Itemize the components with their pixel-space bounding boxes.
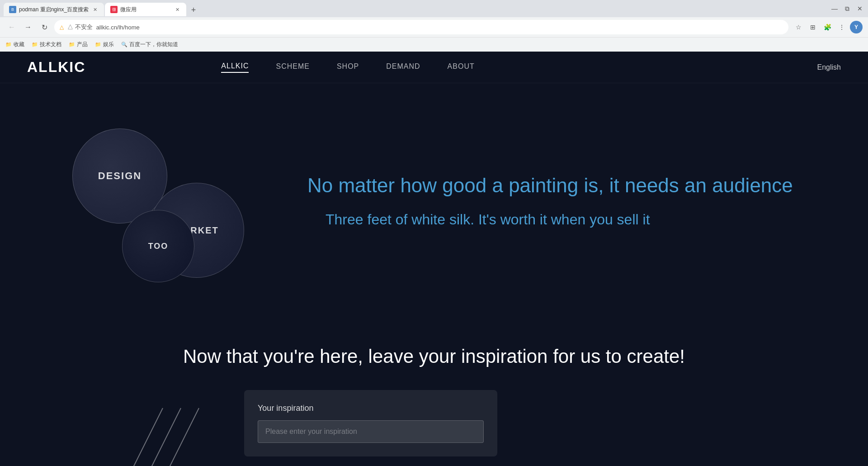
maximize-button[interactable]: ⧉ — [843, 4, 852, 13]
inspiration-input[interactable] — [258, 420, 484, 443]
bookmark-techDocs[interactable]: 📁 技术文档 — [32, 41, 61, 48]
bookmark-label-2: 技术文档 — [40, 41, 61, 48]
bookmark-entertainment[interactable]: 📁 娱乐 — [95, 41, 114, 48]
tab-favicon-1: B — [9, 6, 16, 13]
bookmark-folder-icon-4: 📁 — [95, 42, 101, 48]
bookmark-folder-icon-3: 📁 — [69, 42, 75, 48]
extensions-button[interactable]: 🧩 — [821, 21, 834, 33]
hero-text: No matter how good a painting is, it nee… — [271, 171, 823, 230]
hero-circles: DESIGN MARKET TOO — [45, 115, 271, 287]
inspiration-section: Now that you're here, leave your inspira… — [0, 319, 868, 466]
form-label: Your inspiration — [258, 404, 484, 413]
nav-demand[interactable]: DEMAND — [386, 62, 420, 72]
browser-tab-2[interactable]: 微 微应用 ✕ — [105, 3, 186, 16]
nav-shop[interactable]: SHOP — [337, 62, 359, 72]
bookmark-label-1: 收藏 — [14, 41, 24, 48]
inspiration-form: Your inspiration — [244, 390, 497, 456]
browser-toolbar: ← → ↻ △ △ 不安全 allkic.cn/lh/home ☆ ⊞ 🧩 ⋮ … — [0, 17, 868, 37]
back-button[interactable]: ← — [5, 21, 18, 33]
nav-allkic[interactable]: ALLKIC — [221, 62, 249, 73]
tab-favicon-2: 微 — [110, 6, 118, 13]
inspiration-content: Your inspiration — [45, 390, 823, 466]
address-bar[interactable]: △ △ 不安全 allkic.cn/lh/home — [54, 20, 788, 34]
language-selector[interactable]: English — [817, 63, 841, 71]
site-logo[interactable]: ALLKIC — [27, 59, 85, 76]
bookmark-label-5: 百度一下，你就知道 — [129, 41, 178, 48]
bookmark-folder-icon-2: 📁 — [32, 42, 38, 48]
minimize-button[interactable]: — — [830, 4, 839, 13]
bookmark-label-3: 产品 — [77, 41, 88, 48]
inspiration-graphic — [45, 390, 226, 466]
forward-button[interactable]: → — [22, 21, 34, 33]
bookmark-search[interactable]: 📁 收藏 — [5, 41, 24, 48]
bookmark-product[interactable]: 📁 产品 — [69, 41, 88, 48]
nav-about[interactable]: ABOUT — [448, 62, 475, 72]
reload-button[interactable]: ↻ — [38, 21, 51, 33]
hero-section: DESIGN MARKET TOO No matter how good a p… — [0, 83, 868, 319]
site-nav: ALLKIC ALLKIC SCHEME SHOP DEMAND ABOUT E… — [0, 52, 868, 83]
circle-design: DESIGN — [72, 128, 167, 223]
bookmark-star-button[interactable]: ☆ — [792, 21, 805, 33]
svg-line-1 — [145, 408, 181, 466]
bookmark-folder-icon-1: 📁 — [5, 42, 12, 48]
browser-tabs: B podman 重启nginx_百度搜索 ✕ 微 微应用 ✕ + — [4, 1, 200, 16]
tab-title-2: 微应用 — [120, 6, 137, 14]
inspiration-headline: Now that you're here, leave your inspira… — [45, 346, 823, 367]
tab-close-2[interactable]: ✕ — [174, 6, 181, 13]
security-icon: △ — [60, 24, 64, 30]
website: ALLKIC ALLKIC SCHEME SHOP DEMAND ABOUT E… — [0, 52, 868, 466]
nav-scheme[interactable]: SCHEME — [276, 62, 309, 72]
tab-title-1: podman 重启nginx_百度搜索 — [19, 6, 89, 14]
browser-tab-1[interactable]: B podman 重启nginx_百度搜索 ✕ — [4, 3, 104, 16]
bookmarks-bar: 📁 收藏 📁 技术文档 📁 产品 📁 娱乐 🔍 百度一下，你就知道 — [0, 37, 868, 52]
circle-too: TOO — [122, 210, 194, 282]
security-label: △ 不安全 — [67, 23, 93, 31]
browser-actions: ☆ ⊞ 🧩 ⋮ Y — [792, 21, 863, 33]
graphic-lines-svg — [90, 390, 226, 466]
circle-too-label: TOO — [148, 242, 169, 251]
sidebar-button[interactable]: ⊞ — [807, 21, 819, 33]
window-controls: — ⧉ ✕ — [830, 4, 864, 13]
bookmark-search-icon: 🔍 — [121, 42, 127, 48]
circle-design-label: DESIGN — [98, 170, 142, 182]
svg-line-0 — [127, 408, 163, 466]
new-tab-button[interactable]: + — [187, 4, 200, 16]
nav-links: ALLKIC SCHEME SHOP DEMAND ABOUT — [221, 62, 474, 73]
bookmark-baidu[interactable]: 🔍 百度一下，你就知道 — [121, 41, 178, 48]
svg-line-2 — [163, 408, 199, 466]
tab-close-1[interactable]: ✕ — [91, 6, 99, 13]
bookmark-label-4: 娱乐 — [103, 41, 114, 48]
hero-headline: No matter how good a painting is, it nee… — [307, 171, 823, 200]
url-text: allkic.cn/lh/home — [96, 24, 140, 31]
browser-titlebar: B podman 重启nginx_百度搜索 ✕ 微 微应用 ✕ + — ⧉ ✕ — [0, 0, 868, 17]
hero-subtext: Three feet of white silk. It's worth it … — [307, 209, 823, 230]
browser-chrome: B podman 重启nginx_百度搜索 ✕ 微 微应用 ✕ + — ⧉ ✕ … — [0, 0, 868, 52]
menu-button[interactable]: ⋮ — [835, 21, 848, 33]
profile-button[interactable]: Y — [850, 21, 863, 33]
close-button[interactable]: ✕ — [855, 4, 864, 13]
